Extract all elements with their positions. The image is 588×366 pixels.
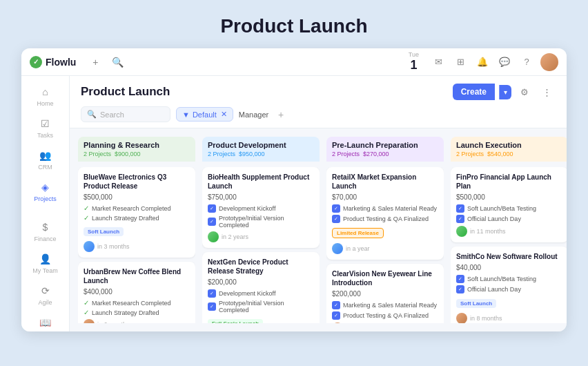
content-header: Product Launch Create ▾ ⚙ ⋮ 🔍 Search ▼ bbox=[70, 76, 567, 128]
app-window: ✓ Flowlu + 🔍 Tue 1 ✉ ⊞ 🔔 💬 ? ⌂ Home ☑ bbox=[21, 48, 567, 331]
projects-icon: ◈ bbox=[39, 180, 52, 194]
col-meta-planning: 2 Projects $900,000 bbox=[84, 151, 190, 157]
content-panel: Product Launch Create ▾ ⚙ ⋮ 🔍 Search ▼ bbox=[70, 76, 567, 331]
kanban-column-launchexec: Launch Execution 2 Projects $540,000 Fin… bbox=[451, 137, 567, 323]
time-urbanbrew: in 6 months bbox=[97, 321, 130, 323]
card-footer-urbanbrew: in 6 months bbox=[84, 319, 190, 323]
card-item-4: ✓Launch Strategy Drafted bbox=[84, 309, 190, 316]
add-button[interactable]: + bbox=[87, 54, 104, 70]
col-header-productdev: Product Development 2 Projects $950,000 bbox=[202, 137, 320, 162]
kanban-column-prelaunch: Pre-Launch Preparation 2 Projects $270,0… bbox=[326, 137, 444, 323]
chat-icon[interactable]: 💬 bbox=[496, 54, 513, 70]
card-footer-clearvision: in 2 years bbox=[332, 322, 438, 323]
manager-button[interactable]: Manager bbox=[239, 110, 268, 119]
card-footer-biohealth: in 2 years bbox=[208, 231, 314, 242]
bell-icon[interactable]: 🔔 bbox=[474, 54, 491, 70]
card-retailx[interactable]: RetailX Market Expansion Launch $70,000 … bbox=[326, 167, 444, 260]
kanban-cards-planning: BlueWave Electronics Q3 Product Release … bbox=[78, 167, 195, 323]
card-amount-nextgen: $200,000 bbox=[208, 278, 314, 286]
top-nav: ✓ Flowlu + 🔍 Tue 1 ✉ ⊞ 🔔 💬 ? bbox=[21, 48, 567, 76]
filter-icon: ▼ bbox=[182, 110, 190, 119]
help-icon[interactable]: ? bbox=[518, 54, 535, 70]
create-caret-button[interactable]: ▾ bbox=[499, 85, 511, 99]
sidebar-item-crm[interactable]: 👥 CRM bbox=[26, 145, 66, 174]
time-retailx: in a year bbox=[346, 245, 370, 252]
settings-button[interactable]: ⚙ bbox=[516, 83, 533, 101]
card-biohealth[interactable]: BioHealth Supplement Product Launch $750… bbox=[202, 167, 320, 248]
card-nextgen[interactable]: NextGen Device Product Release Strategy … bbox=[202, 252, 320, 323]
card-title-retailx: RetailX Market Expansion Launch bbox=[332, 173, 438, 191]
crm-icon: 👥 bbox=[39, 148, 52, 162]
logo-text: Flowlu bbox=[46, 57, 76, 68]
card-item-15: ✓Soft Launch/Beta Testing bbox=[456, 275, 562, 283]
main-area: ⌂ Home ☑ Tasks 👥 CRM ◈ Projects $ Financ… bbox=[21, 76, 567, 331]
check-icon-3: ✓ bbox=[84, 299, 89, 307]
time-smithco: in 8 months bbox=[470, 315, 502, 322]
check-icon-4: ✓ bbox=[84, 309, 89, 316]
team-icon: 👤 bbox=[39, 252, 52, 266]
col-header-planning: Planning & Research 2 Projects $900,000 bbox=[78, 137, 195, 162]
card-smithco[interactable]: SmithCo New Software Rollout $40,000 ✓So… bbox=[451, 247, 567, 323]
sidebar-item-knowledge[interactable]: 📖 Knowledge Base bbox=[26, 312, 66, 331]
card-urbanbrew[interactable]: UrbanBrew New Coffee Blend Launch $400,0… bbox=[78, 262, 195, 323]
page-title: Product Launch bbox=[220, 15, 367, 37]
team-label: My Team bbox=[32, 267, 57, 274]
card-footer-finpro: in 11 months bbox=[456, 226, 562, 237]
card-finpro[interactable]: FinPro Financial App Launch Plan $500,00… bbox=[451, 167, 567, 242]
card-item-10: ✓Product Testing & QA Finalized bbox=[332, 215, 438, 223]
card-amount-urbanbrew: $400,000 bbox=[84, 288, 190, 296]
card-item-13: ✓Soft Launch/Beta Testing bbox=[456, 204, 562, 213]
card-bluewave[interactable]: BlueWave Electronics Q3 Product Release … bbox=[78, 167, 195, 258]
card-item-14: ✓Official Launch Day bbox=[456, 215, 562, 223]
sidebar-item-agile[interactable]: ⟳ Agile bbox=[26, 280, 66, 309]
col-header-launchexec: Launch Execution 2 Projects $540,000 bbox=[451, 137, 567, 162]
check-icon-11: ✓ bbox=[332, 301, 340, 309]
tasks-label: Tasks bbox=[37, 132, 53, 139]
card-item-1: ✓Market Research Completed bbox=[84, 204, 190, 212]
card-title-clearvision: ClearVision New Eyewear Line Introductio… bbox=[332, 269, 438, 287]
more-button[interactable]: ⋮ bbox=[538, 83, 556, 101]
filter-clear[interactable]: ✕ bbox=[221, 110, 227, 119]
card-footer-retailx: in a year bbox=[332, 243, 438, 254]
sidebar-item-projects[interactable]: ◈ Projects bbox=[26, 177, 66, 206]
avatar-finpro bbox=[456, 226, 467, 237]
check-icon-5: ✓ bbox=[208, 204, 216, 213]
create-button[interactable]: Create bbox=[453, 84, 495, 100]
avatar-bluewave bbox=[84, 241, 95, 252]
filter-label: Default bbox=[193, 110, 217, 119]
add-filter-button[interactable]: + bbox=[274, 108, 288, 122]
check-icon-6: ✓ bbox=[208, 218, 216, 226]
sidebar-item-tasks[interactable]: ☑ Tasks bbox=[26, 113, 66, 142]
filter-button[interactable]: ▼ Default ✕ bbox=[176, 107, 233, 122]
tasks-icon: ☑ bbox=[39, 117, 52, 131]
search-nav-icon[interactable]: 🔍 bbox=[109, 54, 126, 70]
kanban-column-planning: Planning & Research 2 Projects $900,000 … bbox=[78, 137, 195, 323]
finance-icon: $ bbox=[39, 220, 52, 234]
mail-icon[interactable]: ✉ bbox=[430, 54, 447, 70]
avatar-smithco bbox=[456, 313, 467, 323]
card-title-bluewave: BlueWave Electronics Q3 Product Release bbox=[84, 173, 190, 191]
card-item-6: ✓Prototype/Initial Version Completed bbox=[208, 215, 314, 229]
check-icon-12: ✓ bbox=[332, 311, 340, 320]
search-placeholder: Search bbox=[100, 110, 124, 119]
sidebar-item-home[interactable]: ⌂ Home bbox=[26, 81, 66, 110]
sidebar-item-team[interactable]: 👤 My Team bbox=[26, 249, 66, 278]
card-item-5: ✓Development Kickoff bbox=[208, 204, 314, 213]
card-footer-smithco: in 8 months bbox=[456, 313, 562, 323]
avatar-urbanbrew bbox=[84, 319, 95, 323]
check-icon-15: ✓ bbox=[456, 275, 464, 283]
sidebar-item-finance[interactable]: $ Finance bbox=[26, 217, 66, 246]
card-item-16: ✓Official Launch Day bbox=[456, 285, 562, 293]
avatar-biohealth bbox=[208, 231, 219, 242]
time-bluewave: in 3 months bbox=[97, 243, 130, 250]
card-clearvision[interactable]: ClearVision New Eyewear Line Introductio… bbox=[326, 264, 444, 323]
card-amount-finpro: $500,000 bbox=[456, 193, 562, 201]
user-avatar[interactable] bbox=[540, 53, 558, 71]
card-amount-smithco: $40,000 bbox=[456, 264, 562, 271]
finance-label: Finance bbox=[34, 235, 56, 242]
search-box[interactable]: 🔍 Search bbox=[81, 106, 170, 122]
check-icon: ✓ bbox=[84, 204, 89, 212]
grid-icon[interactable]: ⊞ bbox=[452, 54, 469, 70]
check-icon-14: ✓ bbox=[456, 215, 464, 223]
crm-label: CRM bbox=[38, 164, 52, 171]
